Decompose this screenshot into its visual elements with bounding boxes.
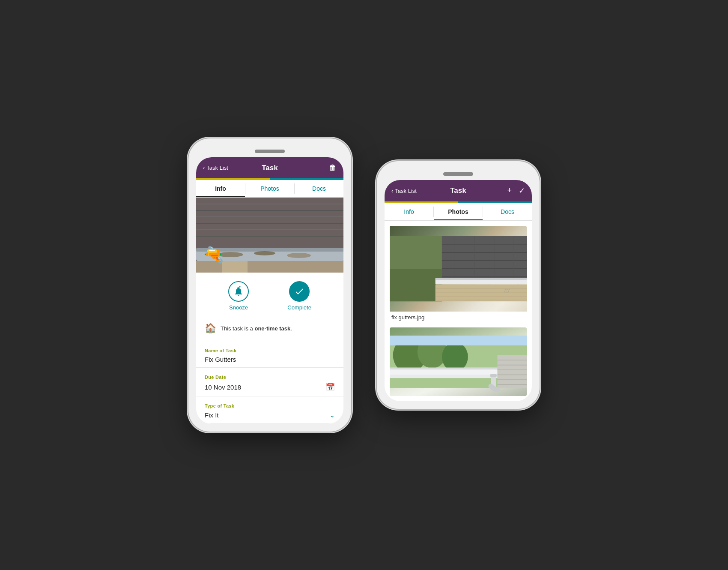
due-date-value[interactable]: 10 Nov 2018 📅 bbox=[205, 382, 335, 392]
svg-rect-49 bbox=[490, 374, 497, 377]
tab-info-2[interactable]: Info bbox=[385, 203, 433, 220]
app-header-1: ‹ Task List Task 🗑 bbox=[196, 157, 343, 178]
tab-photos-1[interactable]: Photos bbox=[245, 180, 294, 197]
app-header-2: ‹ Task List Task + ✓ bbox=[385, 180, 532, 201]
type-of-task-value[interactable]: Fix It ⌄ bbox=[205, 411, 335, 419]
plus-icon[interactable]: + bbox=[507, 186, 512, 195]
type-of-task-text: Fix It bbox=[205, 411, 219, 419]
phone-2-screen: ‹ Task List Task + ✓ Info Photos Docs bbox=[385, 180, 532, 401]
tab-docs-1[interactable]: Docs bbox=[295, 180, 343, 197]
complete-button[interactable]: Complete bbox=[287, 281, 311, 311]
photos-container: 47 fix gutters.jpg bbox=[385, 221, 532, 401]
complete-label: Complete bbox=[287, 304, 311, 311]
header-icons-1: 🗑 bbox=[329, 163, 337, 172]
tab-bar-1: Info Photos Docs bbox=[196, 180, 343, 198]
name-of-task-value[interactable]: Fix Gutters bbox=[205, 356, 335, 363]
phone-1: ‹ Task List Task 🗑 Info Photos Docs bbox=[188, 138, 351, 432]
svg-rect-17 bbox=[439, 236, 527, 279]
task-note-text: This task is a one-time task. bbox=[221, 325, 292, 332]
photo-filename-1: fix gutters.jpg bbox=[390, 312, 527, 323]
gutter-image-1: 🔧 🔫 bbox=[196, 198, 343, 273]
svg-point-10 bbox=[254, 251, 275, 255]
speaker-1 bbox=[255, 150, 285, 153]
back-chevron-icon-2: ‹ bbox=[391, 188, 393, 194]
photo-card-2[interactable] bbox=[390, 327, 527, 396]
svg-point-11 bbox=[287, 253, 311, 258]
back-label-1: Task List bbox=[206, 165, 228, 171]
photo-card-1[interactable]: 47 fix gutters.jpg bbox=[390, 226, 527, 323]
calendar-icon[interactable]: 📅 bbox=[325, 382, 335, 392]
snooze-bell-icon: z z z bbox=[233, 286, 244, 297]
due-date-field: Due Date 10 Nov 2018 📅 bbox=[196, 368, 343, 396]
due-date-label: Due Date bbox=[205, 375, 335, 380]
photo-image-2 bbox=[390, 327, 527, 396]
svg-rect-30 bbox=[436, 278, 527, 280]
svg-text:47: 47 bbox=[504, 288, 510, 294]
action-row: z z z Snooze Complete bbox=[196, 273, 343, 319]
tab-photos-2[interactable]: Photos bbox=[434, 203, 483, 220]
photo2-svg bbox=[390, 327, 527, 396]
svg-rect-44 bbox=[390, 336, 527, 345]
speaker-2 bbox=[443, 172, 473, 176]
svg-point-43 bbox=[442, 342, 468, 372]
svg-rect-28 bbox=[390, 269, 442, 301]
name-of-task-text: Fix Gutters bbox=[205, 356, 236, 363]
due-date-text: 10 Nov 2018 bbox=[205, 384, 241, 391]
phone-1-screen: ‹ Task List Task 🗑 Info Photos Docs bbox=[196, 157, 343, 424]
svg-text:z: z bbox=[240, 286, 241, 288]
delete-icon[interactable]: 🗑 bbox=[329, 163, 337, 172]
tab-docs-2[interactable]: Docs bbox=[483, 203, 532, 220]
house-icon: 🏠 bbox=[205, 323, 216, 334]
svg-rect-34 bbox=[436, 285, 527, 302]
phone-2: ‹ Task List Task + ✓ Info Photos Docs bbox=[377, 161, 540, 409]
photo-image-1: 47 bbox=[390, 226, 527, 312]
tab-bar-2: Info Photos Docs bbox=[385, 203, 532, 221]
back-button-1[interactable]: ‹ Task List bbox=[203, 165, 228, 171]
snooze-button[interactable]: z z z Snooze bbox=[228, 281, 249, 311]
snooze-icon-circle: z z z bbox=[228, 281, 249, 302]
complete-icon-circle bbox=[289, 281, 310, 302]
name-of-task-field: Name of Task Fix Gutters bbox=[196, 341, 343, 368]
header-title-1: Task bbox=[262, 164, 278, 172]
svg-rect-47 bbox=[390, 368, 501, 370]
back-label-2: Task List bbox=[395, 188, 417, 194]
photo1-svg: 47 bbox=[390, 226, 527, 312]
header-icons-2: + ✓ bbox=[507, 186, 525, 195]
task-note: 🏠 This task is a one-time task. bbox=[196, 319, 343, 341]
header-title-2: Task bbox=[450, 186, 466, 195]
svg-text:z: z bbox=[237, 286, 239, 289]
check-icon[interactable]: ✓ bbox=[519, 186, 525, 195]
type-of-task-field: Type of Task Fix It ⌄ bbox=[196, 396, 343, 424]
complete-check-icon bbox=[294, 286, 304, 297]
back-chevron-icon: ‹ bbox=[203, 165, 205, 171]
svg-rect-13 bbox=[222, 261, 248, 273]
snooze-label: Snooze bbox=[229, 304, 248, 311]
type-of-task-label: Type of Task bbox=[205, 403, 335, 408]
drill-tool-icon: 🔫 bbox=[204, 246, 222, 263]
tab-info-1[interactable]: Info bbox=[196, 180, 245, 197]
back-button-2[interactable]: ‹ Task List bbox=[391, 188, 417, 194]
name-of-task-label: Name of Task bbox=[205, 348, 335, 353]
chevron-down-icon[interactable]: ⌄ bbox=[329, 411, 335, 419]
